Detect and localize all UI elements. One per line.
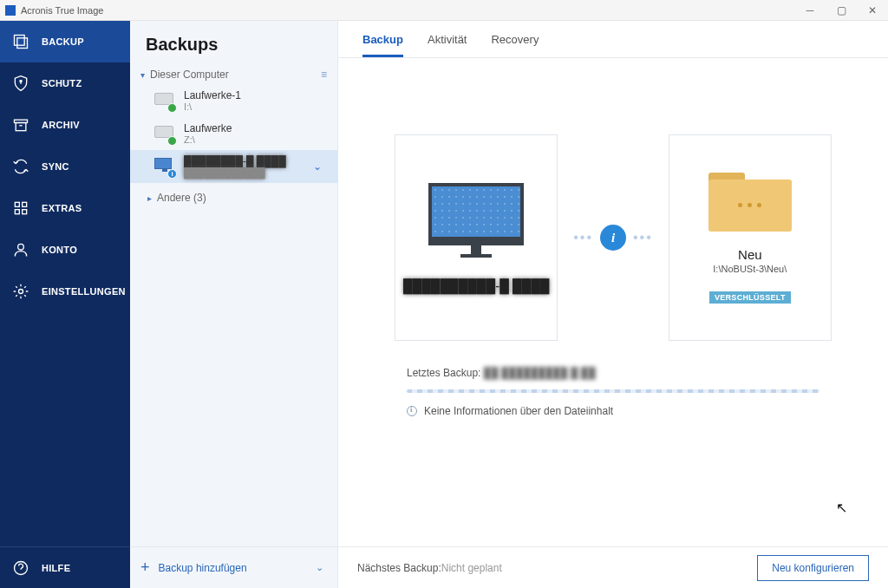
drive-icon	[154, 90, 175, 111]
backup-path: I:\	[184, 101, 241, 112]
folder-icon	[708, 173, 792, 232]
close-button[interactable]: ✕	[857, 0, 888, 21]
group-this-computer[interactable]: ▾ Dieser Computer ≡	[130, 65, 337, 84]
svg-rect-5	[15, 202, 19, 206]
last-backup-label: Letztes Backup:	[407, 367, 480, 379]
group-label: Dieser Computer	[150, 69, 229, 81]
group-label: Andere (3)	[157, 192, 206, 204]
svg-point-10	[19, 290, 23, 294]
caret-down-icon: ▾	[140, 70, 145, 80]
svg-rect-8	[23, 210, 27, 214]
transfer-indicator: ••• i •••	[573, 225, 653, 251]
encrypted-badge: VERSCHLÜSSELT	[709, 291, 791, 304]
sync-icon	[12, 158, 29, 175]
svg-rect-3	[16, 123, 26, 131]
dots-icon: •••	[573, 230, 593, 245]
chevron-down-icon[interactable]: ⌄	[313, 160, 322, 173]
sidebar-label: ARCHIV	[42, 120, 80, 130]
sidebar-item-extras[interactable]: EXTRAS	[0, 187, 130, 229]
content-tabs: Backup Aktivität Recovery	[338, 21, 888, 58]
minimize-button[interactable]: ─	[794, 0, 826, 21]
app-icon	[5, 5, 16, 16]
sidebar-item-backup[interactable]: BACKUP	[0, 21, 130, 62]
backups-heading: Backups	[130, 21, 337, 65]
sidebar-label: EINSTELLUNGEN	[42, 286, 126, 297]
user-icon	[12, 241, 29, 258]
chevron-down-icon[interactable]: ⌄	[316, 562, 323, 573]
svg-rect-7	[15, 210, 19, 214]
sidebar-item-account[interactable]: KONTO	[0, 229, 130, 271]
tab-activity[interactable]: Aktivität	[428, 33, 467, 57]
progress-bar	[407, 389, 819, 393]
app-title: Acronis True Image	[21, 5, 103, 16]
sidebar-item-settings[interactable]: EINSTELLUNGEN	[0, 271, 130, 312]
add-backup-label: Backup hinzufügen	[159, 562, 247, 574]
sidebar-item-archive[interactable]: ARCHIV	[0, 104, 130, 146]
sidebar-label: KONTO	[42, 245, 77, 255]
info-small-icon	[407, 406, 417, 416]
monitor-icon	[428, 183, 524, 258]
source-name: ██████████-█ ████	[403, 278, 550, 293]
content-area: Backup Aktivität Recovery ██████████-█ █…	[338, 21, 888, 588]
sidebar-label: SCHUTZ	[42, 78, 82, 88]
sidebar-label: SYNC	[42, 161, 69, 172]
sidebar-item-help[interactable]: HILFE	[0, 546, 130, 588]
content-footer: Nächstes Backup: Nicht geplant Neu konfi…	[338, 546, 888, 588]
sidebar-label: HILFE	[42, 563, 70, 573]
backup-path: Z:\	[184, 134, 232, 145]
caret-right-icon: ▸	[147, 193, 152, 203]
sidebar-label: BACKUP	[42, 36, 84, 47]
plus-icon: +	[140, 559, 150, 577]
svg-rect-1	[17, 38, 28, 49]
maximize-button[interactable]: ▢	[826, 0, 857, 21]
main-sidebar: BACKUP SCHUTZ ARCHIV SYNC EXTRAS KONTO E…	[0, 21, 130, 588]
info-text: Keine Informationen über den Dateiinhalt	[424, 405, 613, 417]
info-icon[interactable]: i	[600, 225, 626, 251]
backup-name: Laufwerke-1	[184, 89, 241, 101]
sidebar-item-sync[interactable]: SYNC	[0, 146, 130, 187]
configure-button[interactable]: Neu konfigurieren	[757, 555, 869, 581]
dots-icon: •••	[633, 230, 653, 245]
help-icon	[12, 559, 29, 577]
computer-icon: i	[154, 156, 175, 177]
group-other[interactable]: ▸ Andere (3)	[130, 188, 337, 207]
dest-name: Neu	[738, 247, 762, 262]
titlebar: Acronis True Image ─ ▢ ✕	[0, 0, 888, 21]
backup-icon	[12, 33, 29, 50]
next-backup-value: Nicht geplant	[441, 562, 502, 574]
backup-item-selected[interactable]: i ████████-█ ████ ████████████ ⌄	[130, 150, 337, 183]
tab-backup[interactable]: Backup	[362, 33, 403, 57]
backup-destination-card[interactable]: Neu I:\NoBUSt-3\Neu\ VERSCHLÜSSELT	[669, 134, 832, 341]
shield-icon	[12, 75, 29, 92]
svg-rect-6	[23, 202, 27, 206]
svg-rect-0	[15, 36, 25, 46]
grid-icon	[12, 199, 29, 217]
file-content-info: Keine Informationen über den Dateiinhalt	[407, 405, 819, 417]
tab-recovery[interactable]: Recovery	[491, 33, 539, 57]
backup-path: ████████████	[184, 167, 286, 178]
backup-source-card[interactable]: ██████████-█ ████	[395, 134, 558, 341]
backup-name: Laufwerke	[184, 122, 232, 134]
drive-icon	[154, 123, 175, 144]
next-backup-label: Nächstes Backup:	[357, 562, 441, 574]
gear-icon	[12, 283, 29, 300]
svg-point-9	[18, 244, 24, 250]
backup-panel: ██████████-█ ████ ••• i ••• Neu I:\NoBUS…	[338, 58, 888, 546]
backups-column: Backups ▾ Dieser Computer ≡ Laufwerke-1 …	[130, 21, 338, 588]
last-backup-row: Letztes Backup: ██ █████████ █:██	[407, 367, 819, 379]
backup-name: ████████-█ ████	[184, 155, 286, 167]
sidebar-label: EXTRAS	[42, 203, 82, 213]
sidebar-item-protection[interactable]: SCHUTZ	[0, 62, 130, 104]
archive-icon	[12, 116, 29, 134]
last-backup-value: ██ █████████ █:██	[484, 367, 596, 379]
backup-item-laufwerke-1[interactable]: Laufwerke-1 I:\	[130, 84, 337, 117]
dest-path: I:\NoBUSt-3\Neu\	[713, 264, 787, 274]
list-menu-icon[interactable]: ≡	[321, 69, 327, 81]
add-backup-bar[interactable]: + Backup hinzufügen ⌄	[130, 546, 337, 588]
backup-item-laufwerke[interactable]: Laufwerke Z:\	[130, 117, 337, 150]
